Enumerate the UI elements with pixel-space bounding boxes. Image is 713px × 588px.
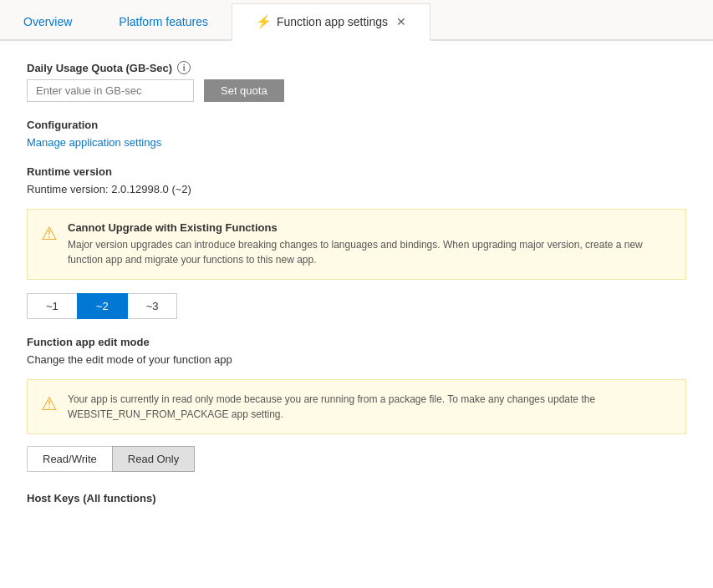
set-quota-button[interactable]: Set quota bbox=[204, 79, 284, 102]
readonly-warning-box: ⚠ Your app is currently in read only mod… bbox=[27, 379, 686, 434]
tab-overview[interactable]: Overview bbox=[0, 3, 95, 41]
quota-info-icon[interactable]: i bbox=[177, 61, 191, 74]
host-keys-section: Host Keys (All functions) bbox=[27, 492, 686, 504]
edit-mode-buttons-group: Read/Write Read Only bbox=[27, 446, 686, 472]
configuration-label: Configuration bbox=[27, 119, 686, 131]
tab-function-app-settings-label: Function app settings bbox=[277, 15, 388, 28]
upgrade-warning-text: Major version upgrades can introduce bre… bbox=[68, 237, 672, 267]
upgrade-warning-title: Cannot Upgrade with Existing Functions bbox=[68, 221, 672, 234]
host-keys-label: Host Keys (All functions) bbox=[27, 492, 686, 504]
warning-icon: ⚠ bbox=[41, 223, 58, 245]
upgrade-warning-box: ⚠ Cannot Upgrade with Existing Functions… bbox=[27, 209, 686, 280]
runtime-label: Runtime version bbox=[27, 165, 686, 178]
runtime-section: Runtime version Runtime version: 2.0.129… bbox=[27, 165, 686, 195]
function-app-icon: ⚡ bbox=[256, 14, 272, 29]
version-button-2[interactable]: ~2 bbox=[77, 293, 128, 319]
close-icon[interactable]: ✕ bbox=[396, 15, 406, 28]
version-button-3[interactable]: ~3 bbox=[128, 293, 178, 319]
edit-mode-description: Change the edit mode of your function ap… bbox=[27, 353, 686, 366]
main-content: Daily Usage Quota (GB-Sec) i Set quota C… bbox=[0, 41, 713, 525]
tab-function-app-settings[interactable]: ⚡ Function app settings ✕ bbox=[232, 3, 430, 41]
read-only-button[interactable]: Read Only bbox=[112, 446, 195, 472]
upgrade-warning-content: Cannot Upgrade with Existing Functions M… bbox=[68, 221, 672, 267]
quota-input[interactable] bbox=[27, 79, 194, 102]
edit-mode-section: Function app edit mode Change the edit m… bbox=[27, 336, 686, 366]
readonly-warning-content: Your app is currently in read only mode … bbox=[68, 392, 672, 422]
tab-platform-features[interactable]: Platform features bbox=[95, 3, 232, 41]
version-button-1[interactable]: ~1 bbox=[27, 293, 77, 319]
quota-row: Set quota bbox=[27, 79, 686, 102]
tab-bar: Overview Platform features ⚡ Function ap… bbox=[0, 0, 713, 41]
quota-label: Daily Usage Quota (GB-Sec) i bbox=[27, 61, 686, 74]
read-write-button[interactable]: Read/Write bbox=[27, 446, 112, 472]
edit-mode-label: Function app edit mode bbox=[27, 336, 686, 348]
readonly-warning-icon: ⚠ bbox=[41, 393, 58, 415]
manage-app-settings-link[interactable]: Manage application settings bbox=[27, 136, 161, 149]
readonly-warning-text: Your app is currently in read only mode … bbox=[68, 392, 672, 422]
runtime-value: Runtime version: 2.0.12998.0 (~2) bbox=[27, 183, 686, 195]
quota-section: Daily Usage Quota (GB-Sec) i Set quota bbox=[27, 61, 686, 102]
version-buttons-group: ~1 ~2 ~3 bbox=[27, 293, 686, 319]
configuration-section: Configuration Manage application setting… bbox=[27, 119, 686, 149]
